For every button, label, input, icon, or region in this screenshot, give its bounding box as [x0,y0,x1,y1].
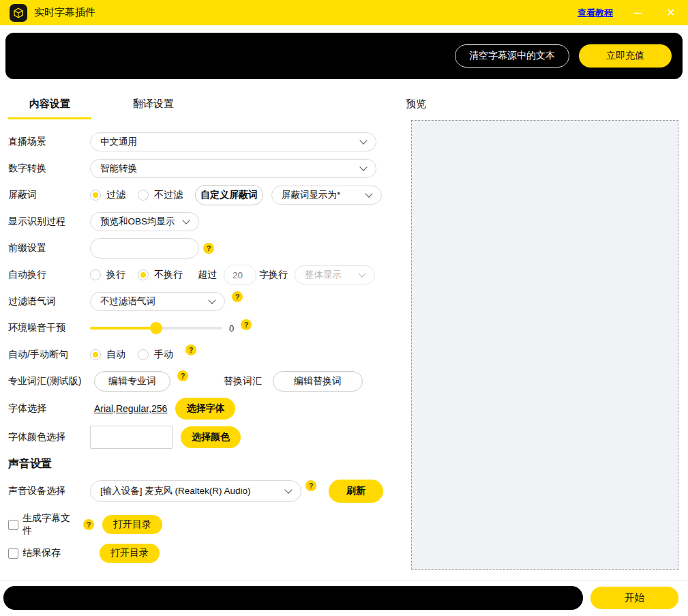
help-icon[interactable]: ? [241,319,252,330]
chevron-down-icon [208,296,215,304]
radio-selected-icon [90,349,101,360]
help-icon[interactable]: ? [203,243,214,254]
choose-color-button[interactable]: 选择颜色 [181,426,241,448]
live-scene-select[interactable]: 中文通用 [90,132,376,151]
blocked-words-label: 屏蔽词 [8,189,90,201]
chevron-down-icon [358,269,365,277]
result-save-label: 结果保存 [23,547,61,559]
show-process-select[interactable]: 预览和OBS均显示 [90,212,199,231]
radio-icon [90,269,101,280]
chevron-down-icon [365,190,372,197]
sound-device-select[interactable]: [输入设备] 麦克风 (Realtek(R) Audio) [90,480,301,502]
number-convert-value: 智能转换 [100,162,354,175]
radio-selected-icon [90,190,101,201]
cube-logo-icon [12,7,25,19]
row-live-scene: 直播场景 中文通用 [8,132,392,152]
row-filter-modal-words: 过滤语气词 不过滤语气词 ? [8,291,392,312]
custom-blocked-words-button[interactable]: 自定义屏蔽词 [195,185,263,205]
row-blocked-words: 屏蔽词 过滤 不过滤 自定义屏蔽词 屏蔽词显示为* [8,185,392,205]
filter-modal-select[interactable]: 不过滤语气词 [90,292,225,311]
row-auto-wrap: 自动换行 换行 不换行 超过 字换行 整体显示 [8,265,392,285]
app-title: 实时字幕插件 [34,6,95,19]
blocked-words-filter-radio[interactable]: 过滤 [90,189,125,201]
chevron-down-icon [359,163,367,171]
choose-font-button[interactable]: 选择字体 [175,398,235,420]
help-icon[interactable]: ? [185,344,196,355]
open-result-dir-button[interactable]: 打开目录 [100,544,160,563]
chevron-down-icon [284,486,292,493]
noise-label: 环境噪音干预 [8,322,90,334]
recharge-button[interactable]: 立即充值 [579,44,672,68]
row-pro-words: 专业词汇(测试版) 编辑专业词 ? 替换词汇 编辑替换词 [8,371,392,392]
row-segmentation: 自动/手动断句 自动 手动 ? [8,344,392,365]
edit-replace-words-button[interactable]: 编辑替换词 [273,371,363,392]
tutorial-link[interactable]: 查看教程 [578,7,613,19]
help-icon[interactable]: ? [177,370,188,381]
start-button[interactable]: 开始 [590,587,678,609]
help-icon[interactable]: ? [232,291,243,302]
tab-translate-settings[interactable]: 翻译设置 [112,92,195,119]
slider-thumb[interactable] [150,322,162,334]
segmentation-label: 自动/手动断句 [8,349,90,361]
slider-fill [90,327,156,329]
result-save-checkbox[interactable] [8,548,18,559]
filter-modal-label: 过滤语气词 [8,295,90,308]
wrap-suffix-label: 字换行 [259,269,288,281]
footer-divider [0,580,688,581]
font-color-input[interactable] [90,426,173,449]
row-prefix: 前缀设置 ? [8,238,392,259]
help-icon[interactable]: ? [83,519,94,530]
wrap-radio[interactable]: 换行 [90,269,125,281]
sound-settings-heading: 声音设置 [8,457,392,471]
footer-bar: 开始 [3,586,678,610]
font-color-label: 字体颜色选择 [8,431,90,443]
row-number-convert: 数字转换 智能转换 [8,158,392,179]
app-logo [10,4,27,22]
number-convert-label: 数字转换 [8,162,90,175]
edit-pro-words-button[interactable]: 编辑专业词 [94,371,170,392]
replace-words-label: 替换词汇 [224,375,262,387]
preview-title: 预览 [398,98,678,111]
char-count-input[interactable] [224,265,256,285]
preview-panel: 预览 [398,92,678,570]
subtitle-file-checkbox[interactable] [8,520,18,530]
refresh-button[interactable]: 刷新 [329,480,383,503]
tab-bar: 内容设置 翻译设置 [8,92,392,119]
app-window: 实时字幕插件 查看教程 ─ ✕ 清空字幕源中的文本 立即充值 内容设置 翻译设置… [0,0,688,616]
row-font-color: 字体颜色选择 选择颜色 [8,426,392,449]
sound-device-label: 声音设备选择 [8,485,90,497]
radio-selected-icon [138,269,149,280]
blocked-words-nofilter-radio[interactable]: 不过滤 [138,189,183,201]
tab-content-settings[interactable]: 内容设置 [8,92,91,119]
top-banner: 清空字幕源中的文本 立即充值 [5,33,683,79]
manual-segment-radio[interactable]: 手动 [138,349,173,361]
number-convert-select[interactable]: 智能转换 [90,159,376,178]
live-scene-value: 中文通用 [100,136,354,148]
show-process-label: 显示识别过程 [8,216,90,228]
help-icon[interactable]: ? [305,480,316,491]
noise-value: 0 [229,323,234,334]
font-label: 字体选择 [8,402,90,415]
exceed-label: 超过 [198,269,217,281]
open-subtitle-dir-button[interactable]: 打开目录 [102,515,162,534]
settings-panel: 内容设置 翻译设置 直播场景 中文通用 数字转换 智能转换 屏蔽词 过滤 [0,92,392,570]
row-sound-device: 声音设备选择 [输入设备] 麦克风 (Realtek(R) Audio) ? 刷… [8,480,392,503]
display-mode-select[interactable]: 整体显示 [295,265,375,284]
current-font-link[interactable]: Arial,Regular,256 [94,403,167,414]
titlebar: 实时字幕插件 查看教程 ─ ✕ [0,0,688,25]
minimize-icon[interactable]: ─ [631,8,646,18]
auto-segment-radio[interactable]: 自动 [90,349,125,361]
subtitle-file-label: 生成字幕文件 [23,512,79,537]
blocked-words-display-select[interactable]: 屏蔽词显示为* [271,186,382,205]
row-show-process: 显示识别过程 预览和OBS均显示 [8,211,392,232]
preview-area [411,120,678,570]
subtitle-display-bar [3,586,583,610]
row-result-save: 结果保存 打开目录 [8,543,392,563]
row-subtitle-file: 生成字幕文件 ? 打开目录 [8,512,392,537]
close-icon[interactable]: ✕ [663,8,678,18]
clear-subtitle-source-button[interactable]: 清空字幕源中的文本 [455,44,569,68]
no-wrap-radio[interactable]: 不换行 [138,269,183,281]
prefix-input[interactable] [90,238,199,259]
noise-slider[interactable] [90,322,222,334]
pro-words-label: 专业词汇(测试版) [8,375,94,387]
